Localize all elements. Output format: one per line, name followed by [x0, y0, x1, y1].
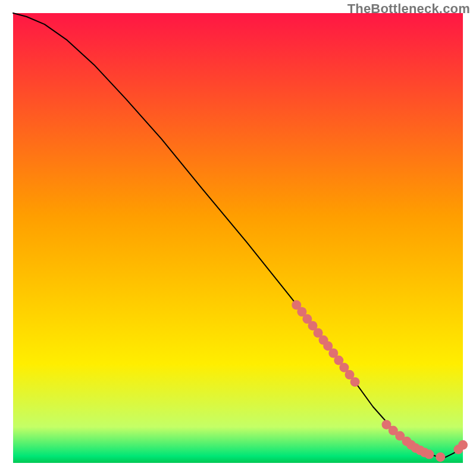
- data-point: [350, 377, 360, 387]
- data-point: [424, 450, 434, 459]
- chart-container: TheBottleneck.com: [0, 0, 476, 476]
- gradient-background: [13, 13, 463, 463]
- data-point: [458, 440, 468, 450]
- watermark-text: TheBottleneck.com: [347, 1, 470, 17]
- bottleneck-chart: [0, 0, 476, 476]
- data-point: [436, 452, 445, 462]
